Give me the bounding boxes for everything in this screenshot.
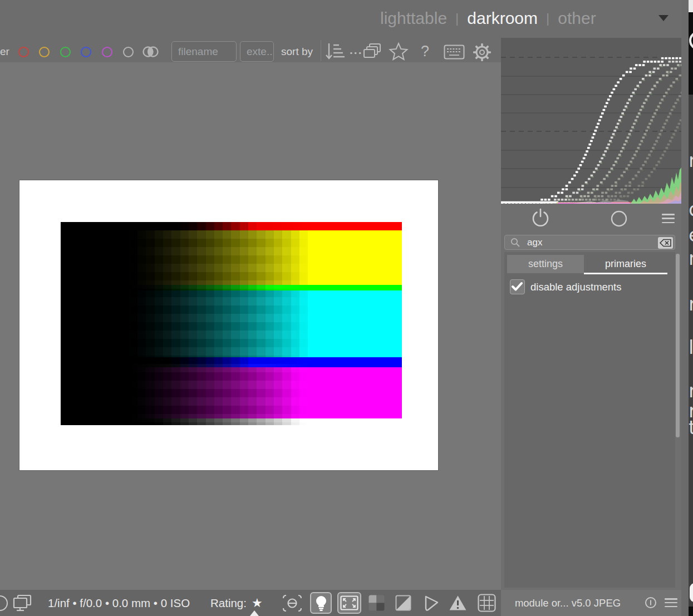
rating-label: Rating: <box>210 597 247 610</box>
rating-star-icon[interactable]: ★ <box>252 596 263 610</box>
bottom-bar-right: module or... v5.0 JPEG <box>501 590 681 616</box>
bottom-menu-icon[interactable] <box>665 598 677 607</box>
lightbulb-icon <box>314 595 328 612</box>
filename-placeholder: filename <box>178 46 218 58</box>
views-dropdown-icon[interactable] <box>658 15 669 21</box>
star-overlay-icon[interactable] <box>389 42 409 62</box>
color-label-blue[interactable] <box>81 47 91 57</box>
panel-edge-column <box>681 0 689 616</box>
checkmark-icon <box>510 280 524 293</box>
disable-adjustments-label: disable adjustments <box>530 281 622 293</box>
edge-black-top <box>689 12 693 95</box>
cut-circle-icon <box>0 595 8 611</box>
chart-band-grayscale <box>61 418 402 425</box>
view-darkroom[interactable]: darkroom <box>467 9 538 28</box>
chart-band-green <box>61 285 402 290</box>
edge-letter-fragment: n <box>689 380 693 402</box>
test-chart <box>61 222 402 425</box>
color-label-purple[interactable] <box>102 47 112 57</box>
tab-primaries-label: primaries <box>605 258 646 270</box>
shortcuts-keyboard-icon[interactable] <box>444 45 465 60</box>
edge-blob <box>690 583 693 602</box>
overexposed-icon[interactable] <box>395 595 411 611</box>
module-search-box[interactable]: agx <box>504 235 675 250</box>
search-value: agx <box>527 237 542 248</box>
iso12646-button[interactable] <box>310 592 332 614</box>
bottom-bar: 1/inf • f/0.0 • 0.0 mm • 0 ISO Rating: ★ <box>0 590 693 616</box>
clear-search-button[interactable] <box>658 237 673 249</box>
edge-letter-fragment: r <box>689 293 693 315</box>
tab-primaries[interactable]: primaries <box>584 255 667 273</box>
second-window-icon[interactable] <box>12 594 32 612</box>
color-label-yellow[interactable] <box>39 47 50 57</box>
image-canvas[interactable] <box>19 180 438 470</box>
fit-to-screen-button[interactable] <box>337 592 361 614</box>
histogram-scope[interactable] <box>501 38 681 204</box>
view-separator: | <box>546 11 549 26</box>
edge-letter-fragment: l <box>689 336 693 358</box>
view-lighttable[interactable]: lighttable <box>380 9 447 28</box>
preferences-gear-icon[interactable] <box>472 42 492 62</box>
power-icon[interactable] <box>530 208 551 229</box>
focus-peaking-icon[interactable] <box>282 594 303 613</box>
info-icon[interactable] <box>645 597 657 609</box>
tab-settings[interactable]: settings <box>507 255 584 273</box>
toolbar-separator <box>321 40 321 61</box>
overflow-ellipsis-icon[interactable]: ... <box>350 43 363 57</box>
view-switcher: lighttable | darkroom | other <box>380 0 596 37</box>
filename-filter-input[interactable]: filename <box>171 41 237 62</box>
exif-info: 1/inf • f/0.0 • 0.0 mm • 0 ISO <box>48 590 190 616</box>
zoom-fit-icon <box>340 595 358 610</box>
panel-scrollbar[interactable] <box>676 254 680 437</box>
chart-band-yellow <box>61 230 402 285</box>
edge-letter-fragment: e <box>689 224 693 246</box>
filter-label-cut: er <box>0 46 9 58</box>
chart-band-magenta <box>61 367 402 418</box>
chart-band-red <box>61 222 402 230</box>
edge-letter-fragment: d <box>689 198 693 220</box>
extension-placeholder: exte... <box>247 46 274 58</box>
extension-filter-input[interactable]: exte... <box>240 41 274 62</box>
circle-icon[interactable] <box>610 210 628 228</box>
darktable-window: lighttable | darkroom | other er filenam… <box>0 0 693 616</box>
raw-overexposed-icon[interactable] <box>368 595 385 611</box>
screen-edge-strip: ndenrlnrt <box>689 0 693 616</box>
disable-adjustments-checkbox[interactable] <box>510 279 525 294</box>
edge-fragment <box>689 0 693 12</box>
sort-by-label: sort by <box>281 46 313 58</box>
presets-menu-icon[interactable] <box>662 214 675 223</box>
color-label-green[interactable] <box>60 47 71 57</box>
chart-band-cyan <box>61 290 402 357</box>
guides-overlay-icon[interactable] <box>478 594 496 612</box>
color-label-gray[interactable] <box>123 47 134 57</box>
view-other[interactable]: other <box>558 9 596 28</box>
edge-letter-fragment: n <box>689 149 693 171</box>
grouping-icon[interactable] <box>363 43 382 61</box>
tab-settings-label: settings <box>528 258 563 270</box>
filmstrip-expander-arrow[interactable] <box>250 610 259 616</box>
color-label-red[interactable] <box>18 47 29 57</box>
softproof-icon[interactable] <box>423 594 440 612</box>
module-panel: settings primaries disable adjustments <box>504 252 675 588</box>
gamut-check-icon[interactable] <box>449 595 467 611</box>
edge-black-bottom <box>689 607 693 616</box>
help-icon[interactable]: ? <box>421 43 429 60</box>
edge-letter-fragment: t <box>689 416 693 438</box>
view-separator: | <box>455 11 459 26</box>
chart-band-blue <box>61 357 402 367</box>
color-label-pair-icon[interactable] <box>141 45 161 58</box>
histogram-svg <box>501 38 681 204</box>
right-panel: agx settings primaries disable adjustme <box>501 38 681 590</box>
search-icon <box>509 237 522 248</box>
active-tab-underline <box>584 273 667 274</box>
module-order-info: module or... v5.0 JPEG <box>504 590 631 616</box>
edge-letter-fragment: n <box>689 247 693 269</box>
sort-order-icon[interactable] <box>326 41 345 62</box>
